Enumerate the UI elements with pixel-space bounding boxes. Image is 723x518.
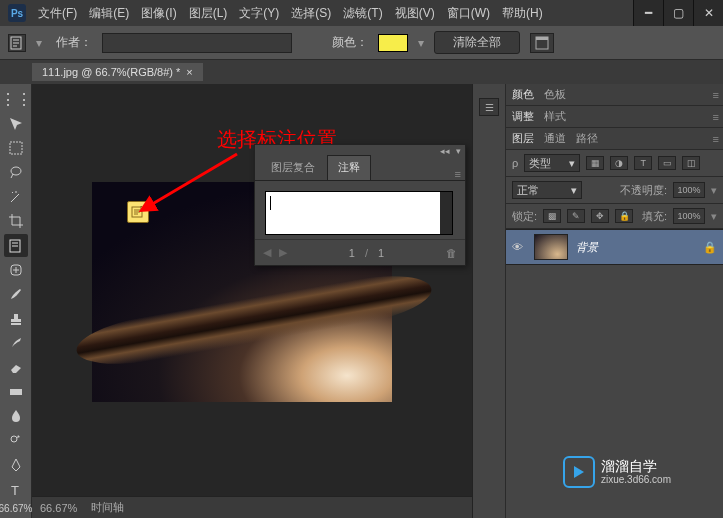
- tool-preset-dropdown[interactable]: ▾: [36, 36, 46, 50]
- document-tab-label: 111.jpg @ 66.7%(RGB/8#) *: [42, 66, 180, 78]
- filter-pixel-icon[interactable]: ▦: [586, 156, 604, 170]
- note-tool[interactable]: [4, 234, 28, 256]
- visibility-toggle[interactable]: 👁: [512, 241, 526, 253]
- watermark-sub: zixue.3d66.com: [601, 474, 671, 485]
- color-dropdown[interactable]: ▾: [418, 36, 424, 50]
- lock-icon: 🔒: [703, 241, 717, 254]
- annotation-panel-toggle[interactable]: [530, 33, 554, 53]
- close-button[interactable]: ✕: [693, 0, 723, 26]
- text-cursor: [270, 196, 271, 210]
- stamp-tool[interactable]: [4, 308, 28, 330]
- crop-tool[interactable]: [4, 210, 28, 232]
- note-annotation-icon[interactable]: [127, 201, 149, 223]
- filter-smart-icon[interactable]: ◫: [682, 156, 700, 170]
- filter-shape-icon[interactable]: ▭: [658, 156, 676, 170]
- filter-adjust-icon[interactable]: ◑: [610, 156, 628, 170]
- menu-filter[interactable]: 滤镜(T): [343, 5, 382, 22]
- tab-paths[interactable]: 路径: [576, 131, 598, 146]
- menu-window[interactable]: 窗口(W): [447, 5, 490, 22]
- status-timeline[interactable]: 时间轴: [91, 500, 124, 515]
- image-content: [73, 267, 435, 373]
- svg-rect-3: [10, 142, 22, 154]
- move-tool[interactable]: [4, 112, 28, 134]
- titlebar: Ps 文件(F) 编辑(E) 图像(I) 图层(L) 文字(Y) 选择(S) 滤…: [0, 0, 723, 26]
- menu-edit[interactable]: 编辑(E): [89, 5, 129, 22]
- watermark: 溜溜自学 zixue.3d66.com: [563, 456, 671, 488]
- brush-tool[interactable]: [4, 283, 28, 305]
- opacity-value[interactable]: 100%: [673, 182, 705, 198]
- svg-point-4: [11, 167, 21, 175]
- delete-note-button[interactable]: 🗑: [446, 247, 457, 259]
- fill-dropdown[interactable]: ▾: [711, 210, 717, 223]
- maximize-button[interactable]: ▢: [663, 0, 693, 26]
- blend-mode-dropdown[interactable]: 正常▾: [512, 181, 582, 199]
- clear-all-button[interactable]: 清除全部: [434, 31, 520, 54]
- note-tool-icon[interactable]: [8, 34, 26, 52]
- notes-panel: ◂◂▾ 图层复合 注释 ≡ ◀ ▶ 1 / 1 🗑: [254, 144, 466, 266]
- layer-thumbnail[interactable]: [534, 234, 568, 260]
- tab-swatch[interactable]: 色板: [544, 87, 566, 102]
- menu-file[interactable]: 文件(F): [38, 5, 77, 22]
- tab-notes[interactable]: 注释: [327, 155, 371, 180]
- lock-trans-icon[interactable]: ▩: [543, 209, 561, 223]
- document-tab[interactable]: 111.jpg @ 66.7%(RGB/8#) * ×: [32, 63, 203, 81]
- note-text-area[interactable]: [265, 191, 453, 235]
- menu-image[interactable]: 图像(I): [141, 5, 176, 22]
- wand-tool[interactable]: [4, 186, 28, 208]
- gradient-tool[interactable]: [4, 381, 28, 403]
- window-controls: ━ ▢ ✕: [633, 0, 723, 26]
- prev-note-button[interactable]: ◀: [263, 246, 271, 259]
- fill-value[interactable]: 100%: [673, 208, 705, 224]
- opacity-dropdown[interactable]: ▾: [711, 184, 717, 197]
- canvas-area[interactable]: 选择标注位置 ◂◂▾ 图层复合 注释 ≡ ◀ ▶ 1 /: [32, 84, 472, 518]
- lock-pos-icon[interactable]: ✥: [591, 209, 609, 223]
- fill-label: 填充:: [642, 209, 667, 224]
- minimize-button[interactable]: ━: [633, 0, 663, 26]
- history-brush-tool[interactable]: [4, 332, 28, 354]
- type-tool[interactable]: T: [4, 479, 28, 501]
- layer-row-background[interactable]: 👁 背景 🔒: [506, 229, 723, 265]
- svg-rect-2: [536, 37, 548, 40]
- marquee-tool[interactable]: [4, 137, 28, 159]
- filter-search-icon[interactable]: ρ: [512, 157, 518, 169]
- tab-color[interactable]: 颜色: [512, 87, 534, 102]
- close-tab-icon[interactable]: ×: [186, 66, 192, 78]
- color-panel-menu[interactable]: ≡: [713, 89, 719, 101]
- tab-layer-comp[interactable]: 图层复合: [261, 156, 325, 180]
- filter-type-dropdown[interactable]: 类型▾: [524, 154, 580, 172]
- lock-all-icon[interactable]: 🔒: [615, 209, 633, 223]
- menu-layer[interactable]: 图层(L): [189, 5, 228, 22]
- tab-channels[interactable]: 通道: [544, 131, 566, 146]
- layers-panel-menu[interactable]: ≡: [713, 133, 719, 145]
- menu-help[interactable]: 帮助(H): [502, 5, 543, 22]
- watermark-title: 溜溜自学: [601, 459, 671, 474]
- next-note-button[interactable]: ▶: [279, 246, 287, 259]
- filter-type-icon[interactable]: T: [634, 156, 652, 170]
- layer-name[interactable]: 背景: [576, 240, 598, 255]
- healing-tool[interactable]: [4, 259, 28, 281]
- note-scrollbar[interactable]: [440, 192, 452, 234]
- note-total: 1: [378, 247, 384, 259]
- menu-select[interactable]: 选择(S): [291, 5, 331, 22]
- status-zoom[interactable]: 66.67%: [40, 502, 77, 514]
- history-dock-icon[interactable]: ☰: [479, 98, 499, 116]
- menu-view[interactable]: 视图(V): [395, 5, 435, 22]
- collapsed-dock: ☰: [473, 84, 506, 518]
- eraser-tool[interactable]: [4, 356, 28, 378]
- tab-layers[interactable]: 图层: [512, 131, 534, 146]
- opacity-label: 不透明度:: [620, 183, 667, 198]
- tab-adjust[interactable]: 调整: [512, 109, 534, 124]
- dodge-tool[interactable]: [4, 430, 28, 452]
- adjust-panel-menu[interactable]: ≡: [713, 111, 719, 123]
- lasso-tool[interactable]: [4, 161, 28, 183]
- pen-tool[interactable]: [4, 454, 28, 476]
- grabber-icon[interactable]: ⋮⋮: [4, 88, 28, 110]
- note-color-swatch[interactable]: [378, 34, 408, 52]
- blur-tool[interactable]: [4, 405, 28, 427]
- options-bar: ▾ 作者： 颜色： ▾ 清除全部: [0, 26, 723, 60]
- panel-menu-icon[interactable]: ≡: [455, 168, 461, 180]
- lock-pixel-icon[interactable]: ✎: [567, 209, 585, 223]
- author-input[interactable]: [102, 33, 292, 53]
- tab-styles[interactable]: 样式: [544, 109, 566, 124]
- menu-text[interactable]: 文字(Y): [239, 5, 279, 22]
